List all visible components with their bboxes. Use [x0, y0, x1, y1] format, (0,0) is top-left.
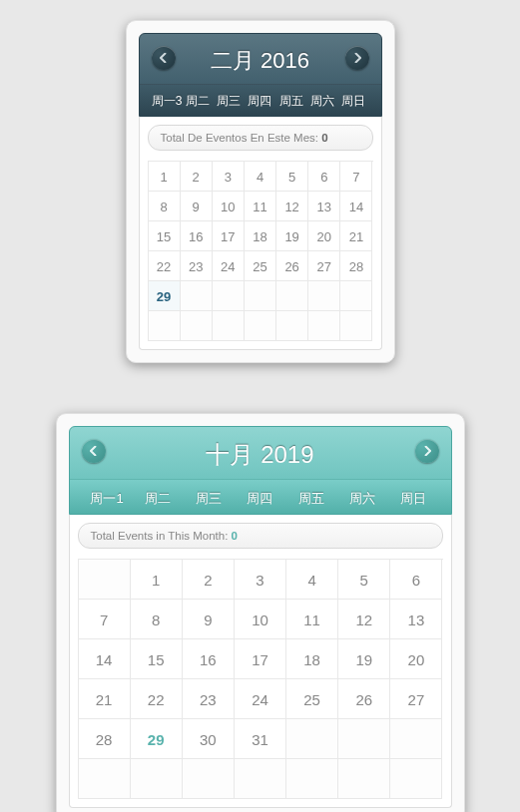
calendar-day[interactable]: 18 [245, 221, 276, 251]
calendar-grid: 1234567891011121314151617181920212223242… [148, 161, 373, 341]
calendar-day[interactable]: 11 [286, 600, 338, 639]
next-month-button[interactable] [345, 46, 369, 70]
calendar-day[interactable]: 9 [183, 600, 235, 639]
prev-month-button[interactable] [82, 439, 106, 463]
calendar-day[interactable]: 25 [245, 251, 276, 281]
calendar-day[interactable]: 12 [276, 192, 308, 221]
calendar-day[interactable]: 6 [390, 560, 442, 600]
calendar-day[interactable]: 6 [308, 162, 340, 192]
calendar-day[interactable]: 22 [131, 679, 183, 719]
day-name: 周三 [214, 93, 245, 110]
calendar-day[interactable]: 14 [79, 639, 131, 679]
day-name: 周一1 [82, 490, 133, 508]
calendar-day[interactable]: 18 [286, 639, 338, 679]
calendar-day[interactable]: 3 [235, 560, 286, 600]
calendar-day[interactable]: 28 [79, 719, 131, 759]
calendar-day[interactable]: 10 [235, 600, 286, 639]
calendar-header: 二月 2016 周一3周二周三周四周五周六周日 [139, 33, 382, 117]
calendar-day-empty [79, 759, 131, 799]
next-month-button[interactable] [415, 439, 439, 463]
calendar-day[interactable]: 15 [131, 639, 183, 679]
calendar-day[interactable]: 7 [79, 600, 131, 639]
calendar-day[interactable]: 26 [338, 679, 390, 719]
calendar-day[interactable]: 8 [131, 600, 183, 639]
day-name: 周四 [235, 490, 285, 508]
calendar-day[interactable]: 28 [340, 251, 372, 281]
calendar-body: Total Events in This Month: 0 1234567891… [69, 515, 452, 808]
calendar-day-empty [286, 759, 338, 799]
calendar-day[interactable]: 10 [213, 192, 245, 221]
calendar-day[interactable]: 31 [235, 719, 286, 759]
calendar-day-empty [213, 311, 245, 341]
calendar-day[interactable]: 2 [181, 162, 213, 192]
calendar-day-empty [390, 719, 442, 759]
calendar-day-empty [340, 311, 372, 341]
calendar-day[interactable]: 11 [245, 192, 276, 221]
day-name: 周五 [285, 490, 336, 508]
day-name: 周六 [336, 490, 387, 508]
calendar-day[interactable]: 13 [390, 600, 442, 639]
calendar-day[interactable]: 13 [308, 192, 340, 221]
calendar-day[interactable]: 4 [286, 560, 338, 600]
calendar-day[interactable]: 29 [149, 281, 181, 311]
calendar-day[interactable]: 9 [181, 192, 213, 221]
calendar-day[interactable]: 12 [338, 600, 390, 639]
calendar-day[interactable]: 27 [390, 679, 442, 719]
calendar-day[interactable]: 24 [235, 679, 286, 719]
day-name: 周一3 [152, 93, 183, 110]
calendar-day[interactable]: 1 [149, 162, 181, 192]
calendar-day[interactable]: 20 [308, 221, 340, 251]
calendar-day[interactable]: 15 [149, 221, 181, 251]
calendar-day[interactable]: 24 [213, 251, 245, 281]
calendar-day[interactable]: 20 [390, 639, 442, 679]
calendar-day[interactable]: 8 [149, 192, 181, 221]
prev-month-button[interactable] [152, 46, 176, 70]
calendar-day-empty [213, 281, 245, 311]
calendar-day[interactable]: 30 [183, 719, 235, 759]
calendar-day[interactable]: 5 [276, 162, 308, 192]
calendar-day[interactable]: 23 [181, 251, 213, 281]
calendar-grid: 1234567891011121314151617181920212223242… [78, 559, 443, 799]
calendar-day[interactable]: 27 [308, 251, 340, 281]
calendar-day[interactable]: 5 [338, 560, 390, 600]
calendar-day-empty [276, 311, 308, 341]
calendar-day[interactable]: 17 [213, 221, 245, 251]
day-name: 周五 [275, 93, 306, 110]
calendar-day[interactable]: 19 [338, 639, 390, 679]
calendar-day-empty [245, 311, 276, 341]
days-header-row: 周一1周二周三周四周五周六周日 [70, 479, 451, 514]
calendar-day[interactable]: 2 [183, 560, 235, 600]
calendar-day[interactable]: 26 [276, 251, 308, 281]
calendar-day-empty [131, 759, 183, 799]
calendar-day-empty [181, 311, 213, 341]
month-title: 二月 2016 [211, 46, 309, 76]
chevron-right-icon [423, 446, 431, 456]
calendar-day[interactable]: 16 [181, 221, 213, 251]
chevron-right-icon [353, 53, 361, 63]
calendar-day[interactable]: 23 [183, 679, 235, 719]
calendar-day[interactable]: 3 [213, 162, 245, 192]
day-name: 周六 [306, 93, 337, 110]
calendar-day[interactable]: 14 [340, 192, 372, 221]
calendar-day-empty [79, 560, 131, 600]
calendar-day[interactable]: 16 [183, 639, 235, 679]
calendar-day-empty [308, 281, 340, 311]
calendar-day[interactable]: 25 [286, 679, 338, 719]
calendar-body: Total De Eventos En Este Mes: 0 12345678… [139, 117, 382, 350]
calendar-day[interactable]: 17 [235, 639, 286, 679]
calendar-widget-feb-2016: 二月 2016 周一3周二周三周四周五周六周日 Total De Eventos… [126, 20, 395, 363]
calendar-day[interactable]: 21 [340, 221, 372, 251]
calendar-day[interactable]: 21 [79, 679, 131, 719]
calendar-day[interactable]: 4 [245, 162, 276, 192]
calendar-day[interactable]: 19 [276, 221, 308, 251]
calendar-day-empty [149, 311, 181, 341]
calendar-day[interactable]: 1 [131, 560, 183, 600]
calendar-day[interactable]: 7 [340, 162, 372, 192]
month-title: 十月 2019 [206, 439, 313, 471]
calendar-day-empty [286, 719, 338, 759]
calendar-day[interactable]: 22 [149, 251, 181, 281]
calendar-day[interactable]: 29 [131, 719, 183, 759]
calendar-day-empty [338, 719, 390, 759]
calendar-day-empty [235, 759, 286, 799]
chevron-left-icon [90, 446, 98, 456]
